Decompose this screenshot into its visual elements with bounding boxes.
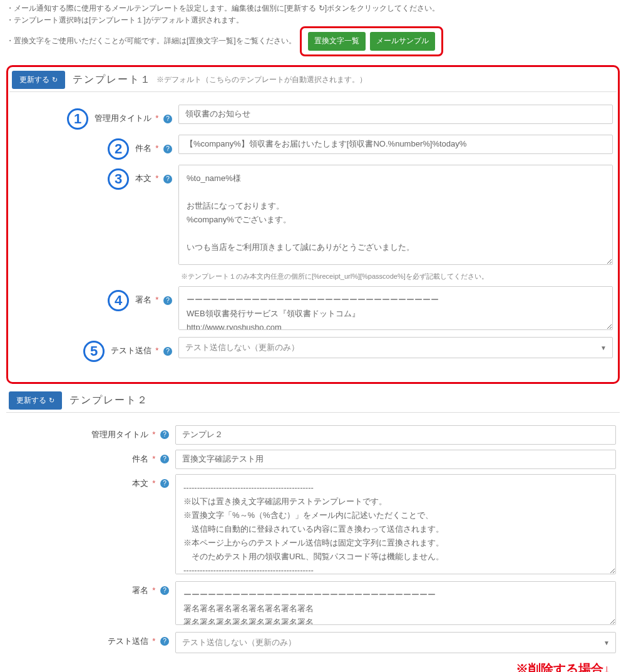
help-icon[interactable]: ?: [163, 145, 172, 153]
note-line-3: 置換文字をご使用いただくことが可能です。詳細は[置換文字一覧]をご覧ください。 …: [6, 26, 620, 56]
label-body: 本文: [132, 478, 148, 488]
template-1-subtitle: ※デフォルト（こちらのテンプレートが自動選択されます。）: [156, 75, 367, 85]
help-icon[interactable]: ?: [163, 115, 172, 123]
mail-sample-button[interactable]: メールサンプル: [370, 32, 435, 50]
badge-2: 2: [108, 138, 129, 160]
testsend-select-1[interactable]: テスト送信しない（更新のみ）: [178, 337, 613, 358]
note-line-2: テンプレート選択時は[テンプレート１]がデフォルト選択されます。: [6, 14, 620, 26]
body-textarea-2[interactable]: ----------------------------------------…: [175, 474, 616, 574]
help-icon[interactable]: ?: [163, 347, 172, 356]
replace-list-button[interactable]: 置換文字一覧: [308, 32, 366, 50]
row-body-1: 3 本文 * ? %to_name%様 お世話になっております。 %compan…: [9, 165, 617, 267]
template-2-titlebar: 更新する↻ テンプレート２: [6, 389, 620, 413]
label-admin-title: 管理用タイトル: [95, 113, 151, 123]
subject-input-1[interactable]: [178, 135, 613, 154]
note-line-1: メール通知する際に使用するメールテンプレートを設定します。編集後は個別に[更新す…: [6, 3, 620, 14]
row-subject-2: 件名 * ?: [6, 450, 620, 469]
delete-note: ※削除する場合↓: [516, 662, 610, 672]
badge-1: 1: [67, 108, 88, 130]
help-icon[interactable]: ?: [160, 455, 169, 463]
testsend-select-2[interactable]: テスト送信しない（更新のみ）: [175, 632, 616, 653]
label-subject: 件名: [132, 454, 148, 463]
help-icon[interactable]: ?: [163, 175, 172, 184]
label-signature: 署名: [132, 586, 148, 595]
header-notes: メール通知する際に使用するメールテンプレートを設定します。編集後は個別に[更新す…: [0, 0, 626, 60]
required-mark: *: [155, 113, 158, 123]
row-body-2: 本文 * ? ---------------------------------…: [6, 474, 620, 576]
reload-icon: ↻: [52, 76, 58, 84]
update-button-2[interactable]: 更新する↻: [9, 391, 62, 410]
badge-5: 5: [83, 341, 105, 362]
label-admin-title: 管理用タイトル: [91, 430, 148, 439]
body-note-1: ※テンプレート１のみ本文内任意の個所に[%receipt_url%][%pass…: [178, 272, 617, 281]
label-subject: 件名: [135, 143, 151, 153]
signature-textarea-2[interactable]: ーーーーーーーーーーーーーーーーーーーーーーーーーーーーーーー 署名署名署名署名…: [175, 581, 616, 625]
label-signature: 署名: [135, 295, 151, 304]
update-button-1[interactable]: 更新する↻: [12, 71, 65, 89]
label-body: 本文: [135, 173, 151, 183]
row-subject-1: 2 件名 * ?: [9, 135, 617, 160]
row-admin-title-2: 管理用タイトル * ?: [6, 425, 620, 445]
template-1-titlebar: 更新する↻ テンプレート１ ※デフォルト（こちらのテンプレートが自動選択されます…: [9, 68, 617, 92]
body-textarea-1[interactable]: %to_name%様 お世話になっております。 %company%でございます。…: [178, 165, 613, 265]
admin-title-input-2[interactable]: [175, 425, 616, 445]
reload-icon: ↻: [49, 396, 54, 405]
badge-3: 3: [108, 168, 129, 190]
row-admin-title-1: 1 管理用タイトル * ?: [9, 105, 617, 130]
template-2-title: テンプレート２: [69, 394, 148, 407]
help-icon[interactable]: ?: [160, 586, 169, 595]
subject-input-2[interactable]: [175, 450, 616, 469]
help-icon[interactable]: ?: [160, 430, 169, 439]
row-testsend-1: 5 テスト送信 * ? テスト送信しない（更新のみ） ▼: [9, 337, 617, 362]
row-signature-1: 4 署名 * ? ーーーーーーーーーーーーーーーーーーーーーーーーーーーーーーー…: [9, 286, 617, 332]
template-1-panel: 更新する↻ テンプレート１ ※デフォルト（こちらのテンプレートが自動選択されます…: [6, 65, 620, 384]
admin-title-input-1[interactable]: [178, 105, 613, 124]
template-2-panel: 更新する↻ テンプレート２ 管理用タイトル * ? 件名 * ? 本文 * ? …: [6, 389, 620, 672]
signature-textarea-1[interactable]: ーーーーーーーーーーーーーーーーーーーーーーーーーーーーーーー WEB領収書発行…: [178, 286, 613, 330]
label-testsend: テスト送信: [108, 636, 148, 646]
green-button-group: 置換文字一覧 メールサンプル: [300, 26, 443, 56]
row-testsend-2: テスト送信 * ? テスト送信しない（更新のみ） ▼: [6, 632, 620, 653]
help-icon[interactable]: ?: [160, 637, 169, 646]
help-icon[interactable]: ?: [160, 479, 169, 488]
help-icon[interactable]: ?: [163, 296, 172, 305]
label-testsend: テスト送信: [111, 346, 151, 355]
template-1-title: テンプレート１: [73, 73, 151, 86]
row-signature-2: 署名 * ? ーーーーーーーーーーーーーーーーーーーーーーーーーーーーーーー 署…: [6, 581, 620, 627]
badge-4: 4: [108, 290, 129, 311]
